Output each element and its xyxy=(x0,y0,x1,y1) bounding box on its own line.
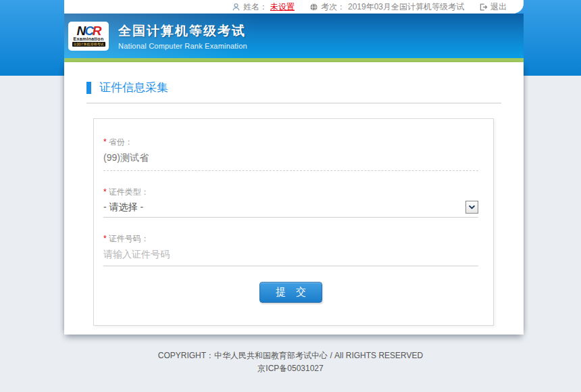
exam-session-group: 考次： 2019年03月全国计算机等级考试 xyxy=(309,1,464,13)
banner-title-chinese: 全国计算机等级考试 xyxy=(118,22,247,40)
user-name-group: 姓名： 未设置 xyxy=(232,1,295,13)
logout-label: 退出 xyxy=(490,1,507,13)
name-label: 姓名： xyxy=(243,1,268,13)
banner-title-english: National Computer Rank Examination xyxy=(118,42,247,50)
section-header: 证件信息采集 xyxy=(86,80,501,103)
session-value: 2019年03月全国计算机等级考试 xyxy=(348,1,464,13)
cert-number-label: 证件号码： xyxy=(109,234,149,243)
cert-number-label-row: *证件号码： xyxy=(103,233,478,245)
cert-type-selected-value: - 请选择 - xyxy=(103,201,143,214)
ncre-logo-bar-text: 全国计算机等级考试 xyxy=(72,42,105,47)
banner-titles: 全国计算机等级考试 National Computer Rank Examina… xyxy=(118,22,247,50)
user-icon xyxy=(232,3,241,11)
required-asterisk: * xyxy=(103,187,107,197)
province-label: 省份： xyxy=(109,137,133,147)
cert-number-field: *证件号码： xyxy=(103,233,478,266)
submit-row: 提 交 xyxy=(103,282,478,303)
province-value: (99)测试省 xyxy=(103,148,478,171)
logout-button[interactable]: 退出 xyxy=(479,1,507,13)
content-panel: 证件信息采集 *省份： (99)测试省 *证件类型： - 请选择 - xyxy=(64,62,524,335)
submit-button[interactable]: 提 交 xyxy=(259,282,322,303)
page-title: 证件信息采集 xyxy=(99,80,168,95)
icp-number: 京ICP备05031027 xyxy=(0,362,581,375)
cert-type-label: 证件类型： xyxy=(109,187,149,197)
header-banner: NCR Examination 全国计算机等级考试 全国计算机等级考试 Nati… xyxy=(64,14,524,58)
logout-icon xyxy=(479,3,488,11)
name-not-set-link[interactable]: 未设置 xyxy=(270,1,295,13)
main-container: 姓名： 未设置 考次： 2019年03月全国计算机等级考试 退出 NCR Exa… xyxy=(64,0,524,335)
chevron-down-icon[interactable] xyxy=(465,201,478,214)
certificate-form: *省份： (99)测试省 *证件类型： - 请选择 - *证件号码： xyxy=(93,118,494,326)
ncre-logo: NCR Examination 全国计算机等级考试 xyxy=(68,22,109,51)
page-footer: COPYRIGHT：中华人民共和国教育部考试中心 / All RIGHTS RE… xyxy=(0,349,581,375)
copyright-text: COPYRIGHT：中华人民共和国教育部考试中心 / All RIGHTS RE… xyxy=(0,349,581,362)
cert-type-field: *证件类型： - 请选择 - xyxy=(103,187,478,218)
required-asterisk: * xyxy=(103,137,107,147)
topbar: 姓名： 未设置 考次： 2019年03月全国计算机等级考试 退出 xyxy=(64,0,524,14)
province-field: *省份： (99)测试省 xyxy=(103,137,478,171)
required-asterisk: * xyxy=(103,234,107,243)
ncre-logo-letters: NCR xyxy=(76,25,100,36)
cert-number-input[interactable] xyxy=(103,245,478,266)
section-title-marker xyxy=(86,82,91,94)
ncre-logo-subtext: Examination xyxy=(74,36,104,42)
session-label: 考次： xyxy=(321,1,345,13)
cert-type-label-row: *证件类型： xyxy=(103,187,478,198)
globe-icon xyxy=(309,3,318,11)
cert-type-select[interactable]: - 请选择 - xyxy=(103,198,478,218)
province-label-row: *省份： xyxy=(103,137,478,148)
